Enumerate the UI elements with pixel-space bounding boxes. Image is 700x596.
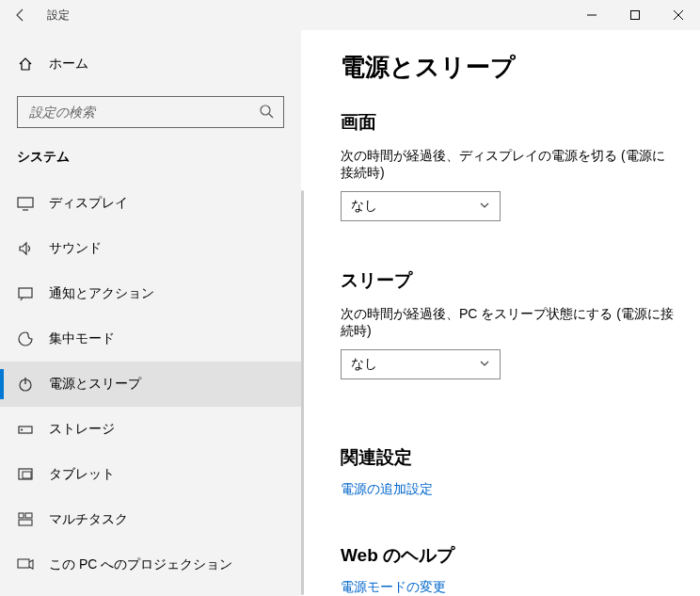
svg-rect-10 xyxy=(25,513,32,518)
focus-icon xyxy=(17,330,34,347)
chevron-down-icon xyxy=(479,357,490,372)
nav-item-label: サウンド xyxy=(49,240,284,257)
related-settings-title: 関連設定 xyxy=(341,445,674,470)
window-title: 設定 xyxy=(47,8,70,24)
multitask-icon xyxy=(17,511,34,528)
nav-item-label: この PC へのプロジェクション xyxy=(49,556,284,573)
svg-rect-8 xyxy=(23,472,31,478)
search-input-container[interactable] xyxy=(17,96,284,128)
nav-item-sound[interactable]: サウンド xyxy=(0,226,301,271)
nav-item-label: ストレージ xyxy=(49,421,284,438)
nav-item-notifications[interactable]: 通知とアクション xyxy=(0,271,301,316)
scrollbar-thumb[interactable] xyxy=(301,190,304,595)
notification-icon xyxy=(17,285,34,302)
svg-rect-3 xyxy=(19,288,32,298)
screen-section-title: 画面 xyxy=(341,110,674,135)
power-icon xyxy=(17,376,34,393)
maximize-button[interactable] xyxy=(613,0,657,30)
additional-power-settings-link[interactable]: 電源の追加設定 xyxy=(341,481,674,498)
sound-icon xyxy=(17,240,34,257)
home-nav-item[interactable]: ホーム xyxy=(0,45,301,83)
sleep-section-title: スリープ xyxy=(341,268,674,293)
category-label: システム xyxy=(0,128,301,173)
nav-item-display[interactable]: ディスプレイ xyxy=(0,181,301,226)
search-input[interactable] xyxy=(27,104,259,121)
nav-item-label: 集中モード xyxy=(49,330,284,347)
svg-rect-7 xyxy=(19,469,32,479)
nav-item-storage[interactable]: ストレージ xyxy=(0,407,301,452)
nav-item-label: マルチタスク xyxy=(49,511,284,528)
svg-rect-2 xyxy=(18,198,33,207)
content-scrollbar[interactable] xyxy=(301,30,314,596)
home-icon xyxy=(17,56,34,72)
display-icon xyxy=(17,195,34,212)
nav-list: ディスプレイ サウンド 通知とアクション xyxy=(0,181,301,588)
svg-point-1 xyxy=(261,105,270,115)
minimize-button[interactable] xyxy=(570,0,613,30)
nav-item-label: 通知とアクション xyxy=(49,285,284,302)
storage-icon xyxy=(17,421,34,438)
dropdown-value: なし xyxy=(351,356,377,373)
nav-item-focus[interactable]: 集中モード xyxy=(0,316,301,362)
back-button[interactable] xyxy=(0,0,41,30)
main-content: 電源とスリープ 画面 次の時間が経過後、ディスプレイの電源を切る (電源に接続時… xyxy=(314,30,700,596)
nav-item-project[interactable]: この PC へのプロジェクション xyxy=(0,542,301,588)
nav-item-tablet[interactable]: タブレット xyxy=(0,452,301,497)
nav-item-label: タブレット xyxy=(49,466,284,483)
sleep-timeout-dropdown[interactable]: なし xyxy=(341,349,501,379)
svg-rect-0 xyxy=(631,11,640,20)
svg-rect-9 xyxy=(19,513,24,518)
svg-rect-12 xyxy=(18,559,29,568)
chevron-down-icon xyxy=(479,199,490,214)
nav-item-label: 電源とスリープ xyxy=(49,376,284,393)
nav-item-power-sleep[interactable]: 電源とスリープ xyxy=(0,362,301,407)
screen-timeout-dropdown[interactable]: なし xyxy=(341,191,501,221)
nav-item-label: ディスプレイ xyxy=(49,195,284,212)
nav-item-multitask[interactable]: マルチタスク xyxy=(0,497,301,542)
project-icon xyxy=(17,556,34,573)
dropdown-value: なし xyxy=(351,198,377,215)
close-button[interactable] xyxy=(657,0,700,30)
web-help-title: Web のヘルプ xyxy=(341,543,674,568)
svg-rect-11 xyxy=(19,520,32,525)
tablet-icon xyxy=(17,466,34,483)
change-power-mode-link[interactable]: 電源モードの変更 xyxy=(341,579,674,596)
titlebar: 設定 xyxy=(0,0,700,30)
home-label: ホーム xyxy=(49,56,88,72)
page-title: 電源とスリープ xyxy=(341,51,674,84)
screen-setting-label: 次の時間が経過後、ディスプレイの電源を切る (電源に接続時) xyxy=(341,148,674,182)
search-icon xyxy=(259,104,274,121)
sleep-setting-label: 次の時間が経過後、PC をスリープ状態にする (電源に接続時) xyxy=(341,306,674,340)
svg-point-6 xyxy=(21,429,22,430)
sidebar: ホーム システム ディスプレイ xyxy=(0,30,301,596)
